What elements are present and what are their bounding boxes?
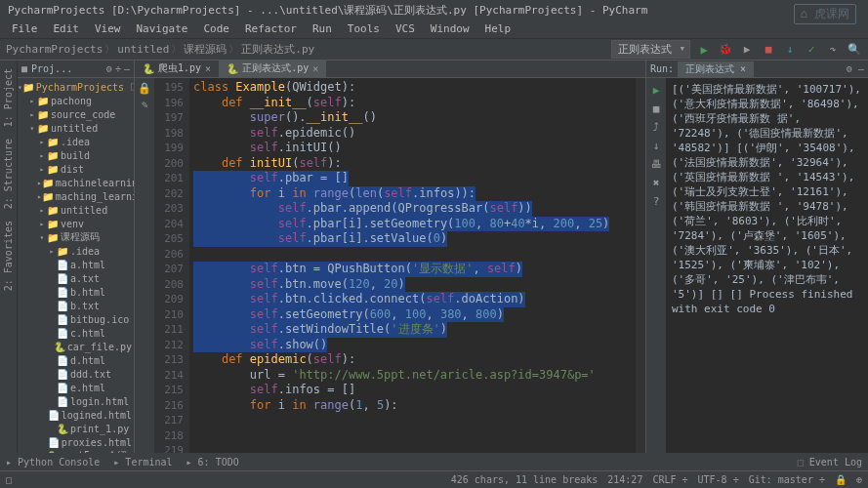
tree-node[interactable]: ▸📁source_code (18, 107, 134, 121)
run-tab[interactable]: 正则表达式 × (678, 61, 754, 77)
run-config-combo[interactable]: 正则表达式 (611, 40, 690, 59)
edit-icon[interactable]: ✎ (142, 99, 148, 111)
tree-node[interactable]: ▸📁maching_learning (18, 189, 134, 203)
bottom-tool-terminal[interactable]: ▸ Terminal (113, 457, 172, 468)
title-bar: PycharmProjects [D:\PycharmProjects] - .… (0, 0, 868, 20)
breadcrumb-item[interactable]: 课程源码 (184, 43, 227, 56)
print-icon[interactable]: 🖶 (651, 158, 662, 171)
bottom-tool-strip: ▸ Python Console▸ Terminal▸ 6: TODO ⬚ Ev… (0, 453, 868, 470)
vcs-icon[interactable]: ✓ (804, 42, 819, 58)
tree-node[interactable]: 📄bitbug.ico (18, 312, 134, 326)
status-bar: □ 426 chars, 11 line breaks214:27CRLF ÷U… (0, 470, 868, 488)
menu-tools[interactable]: Tools (340, 22, 388, 35)
menu-edit[interactable]: Edit (46, 22, 88, 35)
tree-node[interactable]: 📄a.txt (18, 271, 134, 285)
tree-node[interactable]: 📄b.txt (18, 299, 134, 312)
tree-node[interactable]: 🐍car_file.py (18, 340, 134, 353)
tree-node[interactable]: 📄login.html (18, 394, 134, 408)
restore-icon[interactable]: ⤴ (653, 121, 659, 134)
status-item[interactable]: UTF-8 ÷ (698, 474, 739, 485)
status-item[interactable]: 🔒 (835, 474, 847, 485)
editor-tab[interactable]: 🐍爬虫1.py× (135, 60, 219, 77)
menu-window[interactable]: Window (423, 22, 477, 35)
search-icon[interactable]: 🔍 (847, 42, 862, 58)
breadcrumb-item[interactable]: PycharmProjects (6, 43, 103, 56)
tree-node[interactable]: ▸📁untitled (18, 203, 134, 217)
menu-view[interactable]: View (87, 22, 129, 35)
breadcrumb-item[interactable]: 正则表达式.py (241, 43, 314, 56)
bottom-tool-python-console[interactable]: ▸ Python Console (6, 457, 100, 468)
coverage-icon[interactable]: ▶ (739, 42, 755, 58)
status-item[interactable]: 426 chars, 11 line breaks (451, 474, 599, 485)
menu-file[interactable]: File (4, 22, 46, 35)
status-item[interactable]: 214:27 (607, 474, 642, 485)
breadcrumb[interactable]: PycharmProjects〉untitled〉课程源码〉正则表达式.py (6, 42, 314, 57)
hide-icon[interactable]: — (124, 63, 130, 74)
down-icon[interactable]: ↓ (653, 140, 660, 152)
window-title: PycharmProjects [D:\PycharmProjects] - .… (8, 3, 647, 18)
debug-icon[interactable]: 🐞 (718, 42, 733, 58)
bottom-tool-6-todo[interactable]: ▸ 6: TODO (186, 457, 239, 468)
project-pane: ■ Proj... ⚙÷— ▾📁PycharmProjects D:\P▸📁pa… (18, 61, 135, 470)
editor-tab[interactable]: 🐍正则表达式.py× (219, 60, 326, 77)
tree-node[interactable]: ▸📁pachong (18, 94, 134, 107)
tree-node[interactable]: 📄ddd.txt (18, 367, 134, 381)
tree-node[interactable]: 📄b.html (18, 285, 134, 299)
tree-node[interactable]: ▸📁.idea (18, 244, 134, 258)
revert-icon[interactable]: ↷ (825, 42, 841, 58)
menu-run[interactable]: Run (305, 22, 340, 35)
menu-navigate[interactable]: Navigate (129, 22, 196, 35)
rerun-icon[interactable]: ▶ (653, 84, 660, 97)
tool-window-tab[interactable]: 2: Favorites (3, 217, 14, 295)
run-gear-icon[interactable]: ⚙ — (847, 63, 864, 74)
menu-help[interactable]: Help (477, 22, 519, 35)
tree-node[interactable]: 📄e.html (18, 381, 134, 394)
tree-node[interactable]: ▸📁machinelearninga (18, 176, 134, 189)
tree-node[interactable]: ▾📁untitled (18, 121, 134, 135)
breadcrumb-item[interactable]: untitled (117, 43, 169, 56)
tree-node[interactable]: 📄proxies.html (18, 435, 134, 449)
help-icon[interactable]: ? (653, 195, 660, 208)
tree-node[interactable]: ▸📁dist (18, 162, 134, 176)
run-toolbar: 正则表达式 ▶ 🐞 ▶ ■ ↓ ✓ ↷ 🔍 (611, 40, 862, 59)
status-icon[interactable]: □ (6, 474, 12, 485)
menu-refactor[interactable]: Refactor (237, 22, 305, 35)
tree-node[interactable]: 📄logined.html (18, 408, 134, 422)
tool-window-tab[interactable]: 2: Structure (3, 135, 14, 213)
tree-node[interactable]: 🐍print_1.py (18, 422, 134, 435)
menu-vcs[interactable]: VCS (388, 22, 423, 35)
gutter: 1951961971981992002012022032042052062072… (154, 78, 189, 455)
close-run-icon[interactable]: ✖ (653, 177, 660, 189)
run-output[interactable]: [('美国疫情最新数据', '100717'), ('意大利疫情最新数据', '… (666, 78, 868, 470)
project-header: ■ Proj... ⚙÷— (18, 61, 134, 78)
stop-icon[interactable]: ■ (761, 42, 776, 58)
project-tree[interactable]: ▾📁PycharmProjects D:\P▸📁pachong▸📁source_… (18, 78, 134, 470)
update-icon[interactable]: ↓ (782, 42, 798, 58)
editor-icon-col: 🔒 ✎ (135, 78, 154, 455)
status-item[interactable]: CRLF ÷ (652, 474, 687, 485)
gear-icon[interactable]: ⚙ (106, 63, 112, 74)
nav-bar: PycharmProjects〉untitled〉课程源码〉正则表达式.py 正… (0, 39, 868, 61)
menu-code[interactable]: Code (195, 22, 237, 35)
tree-node[interactable]: 📄d.html (18, 353, 134, 367)
status-item[interactable]: ⊕ (856, 474, 862, 485)
tree-node[interactable]: 📄a.html (18, 258, 134, 271)
tree-node[interactable]: ▸📁build (18, 148, 134, 162)
run-tools: ▶ ■ ⤴ ↓ 🖶 ✖ ? (646, 78, 666, 470)
run-icon[interactable]: ▶ (696, 42, 712, 58)
left-tool-strip: 1: Project2: Structure2: Favorites (0, 61, 18, 470)
collapse-icon[interactable]: ÷ (115, 63, 121, 74)
minimap[interactable] (636, 78, 645, 455)
tree-node[interactable]: 📄c.html (18, 326, 134, 340)
tree-node[interactable]: ▸📁.idea (18, 135, 134, 148)
stop-run-icon[interactable]: ■ (653, 102, 660, 115)
tree-node[interactable]: ▸📁venv (18, 217, 134, 230)
status-item[interactable]: Git: master ÷ (749, 474, 825, 485)
lock-icon[interactable]: 🔒 (138, 82, 151, 95)
tool-window-tab[interactable]: 1: Project (3, 64, 14, 131)
tree-node[interactable]: ▾📁课程源码 (18, 230, 134, 244)
editor-tabs: 🐍爬虫1.py×🐍正则表达式.py× (135, 61, 645, 78)
tree-node[interactable]: ▾📁PycharmProjects D:\P (18, 80, 134, 94)
code-area[interactable]: class Example(QWidget): def __init__(sel… (189, 78, 636, 455)
event-log-button[interactable]: ⬚ Event Log (798, 457, 862, 468)
